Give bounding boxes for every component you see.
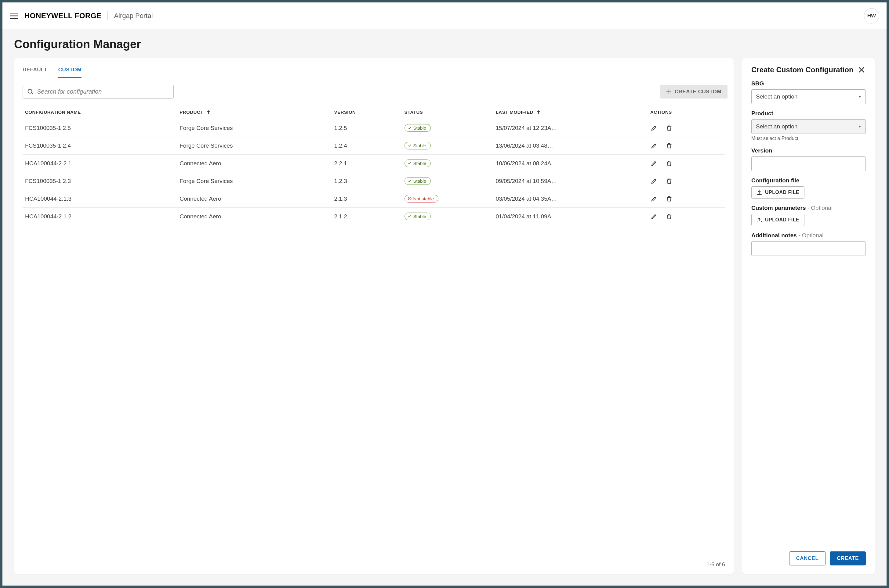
upload-config-button[interactable]: UPLOAD FILE xyxy=(751,186,805,198)
create-custom-button[interactable]: CREATE CUSTOM xyxy=(660,85,728,99)
table-row: HCA100044-2.1.2Connected Aero2.1.2Stable… xyxy=(23,208,725,225)
table-row: FCS100035-1.2.5Forge Core Services1.2.5S… xyxy=(23,119,725,137)
tab-custom[interactable]: CUSTOM xyxy=(58,67,81,78)
edit-icon[interactable] xyxy=(650,124,657,132)
search-box[interactable] xyxy=(23,85,174,99)
close-icon[interactable] xyxy=(857,66,866,74)
search-input[interactable] xyxy=(37,88,169,95)
th-product[interactable]: PRODUCT xyxy=(177,105,331,119)
header-divider xyxy=(107,11,108,20)
cell-actions xyxy=(648,119,725,137)
tab-default[interactable]: DEFAULT xyxy=(23,67,47,78)
delete-icon[interactable] xyxy=(665,213,673,220)
brand-logo: HONEYWELL FORGE xyxy=(24,12,101,20)
check-icon xyxy=(408,143,412,148)
check-icon xyxy=(408,161,412,166)
th-actions: ACTIONS xyxy=(648,105,725,119)
version-input[interactable] xyxy=(751,156,866,171)
chevron-down-icon xyxy=(858,96,861,98)
edit-icon[interactable] xyxy=(650,142,657,150)
cell-actions xyxy=(648,190,725,208)
table-row: HCA100044-2.1.3Connected Aero2.1.3Not st… xyxy=(23,190,725,208)
create-panel: Create Custom Configuration SBG Select a… xyxy=(742,58,875,574)
avatar[interactable]: HW xyxy=(864,8,879,24)
custom-params-label: Custom parameters - Optional xyxy=(751,205,866,212)
chevron-down-icon xyxy=(858,126,861,128)
th-status[interactable]: STATUS xyxy=(402,105,493,119)
cell-version: 1.2.5 xyxy=(331,119,402,137)
cell-product: Connected Aero xyxy=(177,190,331,208)
status-badge: Stable xyxy=(405,177,431,185)
config-list-panel: DEFAULT CUSTOM CREATE CUSTOM xyxy=(14,58,734,574)
check-icon xyxy=(408,125,412,130)
th-version[interactable]: VERSION xyxy=(331,105,402,119)
cell-actions xyxy=(648,154,725,172)
create-custom-label: CREATE CUSTOM xyxy=(675,89,721,95)
sbg-select[interactable]: Select an option xyxy=(751,89,866,104)
cell-version: 2.2.1 xyxy=(331,154,402,172)
config-file-label: Configuration file xyxy=(751,177,866,184)
cell-status: Stable xyxy=(402,172,493,190)
cell-name: FCS100035-1.2.3 xyxy=(23,172,177,190)
edit-icon[interactable] xyxy=(650,195,657,202)
edit-icon[interactable] xyxy=(650,177,657,185)
cell-modified: 09/05/2024 at 10:59A… xyxy=(493,172,648,190)
delete-icon[interactable] xyxy=(665,142,673,150)
upload-icon xyxy=(757,217,762,223)
cell-product: Forge Core Services xyxy=(177,172,331,190)
product-label: Product xyxy=(751,110,866,117)
create-button[interactable]: CREATE xyxy=(830,551,866,566)
cell-product: Connected Aero xyxy=(177,208,331,225)
th-modified[interactable]: LAST MODIFIED xyxy=(493,105,648,119)
cell-actions xyxy=(648,172,725,190)
edit-icon[interactable] xyxy=(650,213,657,220)
cell-name: FCS100035-1.2.5 xyxy=(23,119,177,137)
cell-modified: 10/06/2024 at 08:24A… xyxy=(493,154,648,172)
cell-modified: 15/07/2024 at 12:23A… xyxy=(493,119,648,137)
check-icon xyxy=(408,214,412,219)
cell-status: Stable xyxy=(402,137,493,154)
svg-point-0 xyxy=(28,89,32,93)
sbg-value: Select an option xyxy=(756,93,797,100)
notes-input[interactable] xyxy=(751,241,866,256)
cell-actions xyxy=(648,137,725,154)
cell-product: Connected Aero xyxy=(177,154,331,172)
app-header: HONEYWELL FORGE Airgap Portal HW xyxy=(3,3,886,29)
product-select[interactable]: Select an option xyxy=(751,119,866,134)
page-title: Configuration Manager xyxy=(3,29,886,58)
cell-name: HCA100044-2.1.3 xyxy=(23,190,177,208)
delete-icon[interactable] xyxy=(665,160,673,167)
sort-asc-icon xyxy=(206,110,211,114)
product-helper: Must select a Product xyxy=(751,136,866,141)
cancel-button[interactable]: CANCEL xyxy=(789,551,826,566)
delete-icon[interactable] xyxy=(665,195,673,202)
status-badge: Stable xyxy=(405,124,431,132)
table-row: FCS100035-1.2.4Forge Core Services1.2.4S… xyxy=(23,137,725,154)
cell-product: Forge Core Services xyxy=(177,137,331,154)
toolbar: CREATE CUSTOM xyxy=(14,78,734,105)
status-badge: Stable xyxy=(405,159,431,167)
cell-status: Not stable xyxy=(402,190,493,208)
sort-asc-icon xyxy=(536,110,541,114)
delete-icon[interactable] xyxy=(665,177,673,185)
cell-modified: 03/05/2024 at 04:35A… xyxy=(493,190,648,208)
pagination: 1-6 of 6 xyxy=(14,555,734,568)
menu-icon[interactable] xyxy=(10,12,18,20)
status-badge: Stable xyxy=(405,142,431,150)
search-icon xyxy=(27,88,34,95)
app-name: Airgap Portal xyxy=(114,12,153,20)
cell-modified: 01/04/2024 at 11:09A… xyxy=(493,208,648,225)
cell-name: HCA100044-2.2.1 xyxy=(23,154,177,172)
cell-status: Stable xyxy=(402,208,493,225)
delete-icon[interactable] xyxy=(665,124,673,132)
app-frame: HONEYWELL FORGE Airgap Portal HW Configu… xyxy=(3,3,886,585)
th-name[interactable]: CONFIGURATION NAME xyxy=(23,105,177,119)
upload-icon xyxy=(757,190,762,195)
cell-version: 1.2.4 xyxy=(331,137,402,154)
error-icon xyxy=(408,196,412,201)
version-label: Version xyxy=(751,147,866,154)
upload-params-button[interactable]: UPLOAD FILE xyxy=(751,214,805,226)
status-badge: Not stable xyxy=(405,195,439,202)
check-icon xyxy=(408,178,412,184)
edit-icon[interactable] xyxy=(650,160,657,167)
